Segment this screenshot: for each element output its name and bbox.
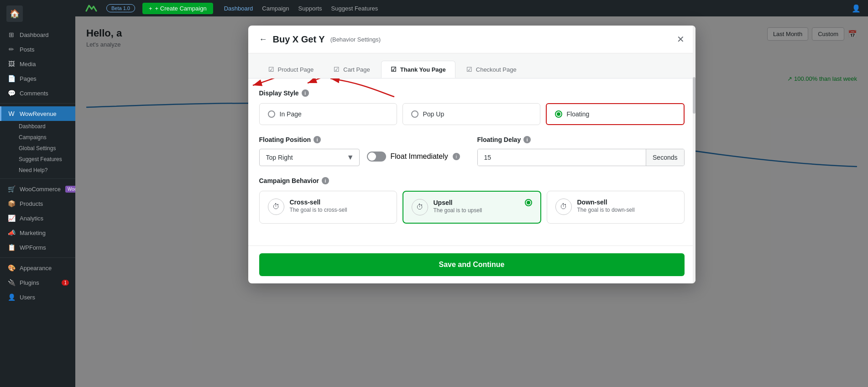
- page-area: Hello, a Let's analyze Last Month Custom…: [75, 16, 868, 387]
- tab-thank-you-label: Thank You Page: [400, 66, 446, 73]
- delay-input[interactable]: [478, 149, 646, 166]
- sidebar-item-label: Marketing: [20, 230, 46, 236]
- delay-unit: Seconds: [646, 149, 684, 166]
- pages-icon: 📄: [8, 75, 15, 82]
- tab-cart-page-label: Cart Page: [343, 66, 370, 73]
- sidebar-item-wowrevenue[interactable]: W WowRevenue: [0, 106, 75, 121]
- behavior-down-sell[interactable]: ⏱ Down-sell The goal is to down-sell: [547, 191, 685, 224]
- sub-global-label: Global Settings: [19, 145, 56, 152]
- sidebar-item-pages[interactable]: 📄 Pages: [0, 71, 75, 86]
- sidebar-sub-global[interactable]: Global Settings: [14, 143, 75, 154]
- sidebar-divider: [0, 103, 75, 104]
- style-option-pop-up[interactable]: Pop Up: [403, 103, 540, 125]
- appearance-icon: 🎨: [8, 264, 15, 272]
- pop-up-radio: [411, 110, 418, 118]
- floating-position-select[interactable]: Top Right Top Left Bottom Right Bottom L…: [259, 149, 360, 166]
- sidebar-item-users[interactable]: 👤 Users: [0, 290, 75, 304]
- style-option-floating[interactable]: Floating: [546, 103, 685, 125]
- upsell-desc: The goal is to upsell: [434, 207, 519, 214]
- upsell-radio-dot: [527, 201, 530, 204]
- sidebar-sub-help[interactable]: Need Help?: [14, 165, 75, 176]
- create-icon: +: [149, 5, 152, 12]
- floating-delay-info-icon[interactable]: i: [523, 136, 531, 143]
- woocommerce-icon: 🛒: [8, 185, 15, 193]
- floating-position-section: Floating Position i: [259, 136, 466, 166]
- behavior-cross-sell[interactable]: ⏱ Cross-sell The goal is to cross-sell: [259, 191, 397, 224]
- beta-button[interactable]: Beta 1.0: [106, 4, 135, 12]
- topbar-nav-dashboard[interactable]: Dashboard: [224, 5, 253, 12]
- thank-you-tab-icon: ☑: [391, 66, 397, 73]
- floating-position-info-icon[interactable]: i: [314, 136, 321, 143]
- float-immediately-info-icon[interactable]: i: [453, 153, 460, 160]
- style-option-in-page[interactable]: In Page: [259, 103, 397, 125]
- topbar-nav: Dashboard Campaign Supports Suggest Feat…: [224, 5, 378, 12]
- floating-radio-dot: [557, 112, 560, 116]
- delay-input-row: Seconds: [477, 149, 685, 166]
- sidebar-item-posts[interactable]: ✏ Posts: [0, 42, 75, 57]
- topbar-right: 👤: [852, 4, 861, 13]
- tab-thank-you-page[interactable]: ☑ Thank You Page: [381, 61, 455, 78]
- modal-header: ← Buy X Get Y (Behavior Settings) ✕: [248, 26, 695, 53]
- sidebar-item-marketing[interactable]: 📣 Marketing: [0, 225, 75, 240]
- upsell-radio: [525, 199, 532, 206]
- topbar-nav-supports[interactable]: Supports: [298, 5, 322, 12]
- campaign-behavior-section: Campaign Behavior i ⏱ Cross-sell The goa…: [259, 177, 685, 224]
- wowrevenue-icon: W: [8, 110, 15, 117]
- sidebar-item-comments[interactable]: 💬 Comments: [0, 86, 75, 100]
- marketing-icon: 📣: [8, 229, 15, 236]
- sidebar-item-dashboard[interactable]: ⊞ Dashboard: [0, 27, 75, 42]
- modal-back-button[interactable]: ←: [259, 35, 267, 44]
- sidebar-item-media[interactable]: 🖼 Media: [0, 57, 75, 71]
- tab-checkout-page[interactable]: ☑ Checkout Page: [457, 61, 526, 78]
- cross-sell-text: Cross-sell The goal is to cross-sell: [290, 199, 388, 213]
- topbar-nav-campaign[interactable]: Campaign: [262, 5, 289, 12]
- posts-icon: ✏: [8, 46, 15, 53]
- down-sell-text: Down-sell The goal is to down-sell: [577, 199, 676, 213]
- plugins-badge: 1: [62, 280, 69, 286]
- sidebar-item-label: WooCommerce: [20, 186, 61, 193]
- sub-campaigns-label: Campaigns: [19, 134, 47, 141]
- sidebar-sub-suggest[interactable]: Suggest Features: [14, 154, 75, 165]
- floating-delay-section: Floating Delay i: [477, 136, 685, 166]
- sidebar: 🏠 ⊞ Dashboard ✏ Posts 🖼 Media 📄 Pages 💬 …: [0, 0, 75, 387]
- floating-position-select-wrapper: Top Right Top Left Bottom Right Bottom L…: [259, 149, 360, 166]
- sidebar-item-analytics[interactable]: 📈 Analytics: [0, 211, 75, 225]
- save-continue-button[interactable]: Save and Continue: [259, 253, 685, 276]
- behavior-upsell[interactable]: ⏱ Upsell The goal is to upsell: [403, 191, 541, 224]
- topbar: Beta 1.0 + + Create Campaign Dashboard C…: [75, 0, 868, 16]
- sidebar-sub-campaigns[interactable]: Campaigns: [14, 132, 75, 143]
- upsell-icon: ⏱: [412, 199, 428, 215]
- campaign-behavior-info-icon[interactable]: i: [322, 177, 329, 184]
- modal-scrollbar[interactable]: [693, 26, 695, 283]
- sidebar-item-label: WPForms: [20, 244, 46, 251]
- sidebar-item-wpforms[interactable]: 📋 WPForms: [0, 240, 75, 255]
- cart-page-tab-icon: ☑: [334, 66, 340, 73]
- float-immediately-toggle[interactable]: [367, 152, 386, 162]
- modal-backdrop: ← Buy X Get Y (Behavior Settings) ✕ ☑ Pr…: [75, 16, 868, 387]
- sidebar-item-label: Pages: [20, 75, 37, 82]
- display-style-info-icon[interactable]: i: [302, 89, 309, 97]
- sidebar-item-label: WowRevenue: [20, 110, 57, 117]
- account-icon[interactable]: 👤: [852, 4, 861, 13]
- display-style-options: In Page Pop Up Floating: [259, 103, 685, 125]
- sidebar-item-plugins[interactable]: 🔌 Plugins 1: [0, 275, 75, 290]
- pop-up-label: Pop Up: [423, 110, 444, 118]
- topbar-nav-suggest[interactable]: Suggest Features: [331, 5, 378, 12]
- display-style-label: Display Style: [259, 89, 299, 97]
- floating-delay-label-row: Floating Delay i: [477, 136, 685, 143]
- tab-product-page[interactable]: ☑ Product Page: [259, 61, 323, 78]
- sidebar-divider-3: [0, 257, 75, 258]
- sidebar-sub-dashboard[interactable]: Dashboard: [14, 121, 75, 132]
- sidebar-item-products[interactable]: 📦 Products: [0, 196, 75, 211]
- sidebar-item-woocommerce[interactable]: 🛒 WooCommerce Woo: [0, 182, 75, 196]
- tab-cart-page[interactable]: ☑ Cart Page: [324, 61, 379, 78]
- campaign-behavior-label-row: Campaign Behavior i: [259, 177, 685, 184]
- campaign-behavior-label: Campaign Behavior: [259, 177, 319, 184]
- toggle-knob: [368, 152, 376, 161]
- sidebar-divider-2: [0, 178, 75, 179]
- sidebar-item-appearance[interactable]: 🎨 Appearance: [0, 261, 75, 275]
- floating-position-label: Floating Position: [259, 136, 311, 143]
- create-campaign-button[interactable]: + + Create Campaign: [142, 3, 213, 14]
- modal-close-button[interactable]: ✕: [677, 34, 685, 45]
- modal-scrollbar-thumb: [693, 77, 695, 114]
